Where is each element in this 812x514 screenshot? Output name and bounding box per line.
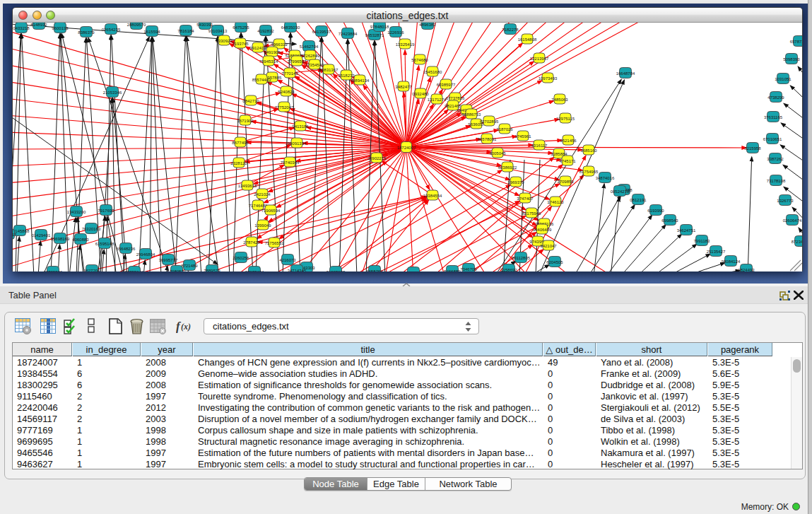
svg-text:02606474: 02606474: [783, 218, 802, 223]
svg-text:1031051: 1031051: [775, 77, 792, 81]
svg-text:86578091: 86578091: [478, 137, 497, 141]
svg-text:7193745: 7193745: [232, 42, 249, 46]
svg-text:4005045: 4005045: [489, 151, 506, 156]
svg-text:19384554: 19384554: [423, 194, 442, 198]
svg-text:62386922: 62386922: [498, 165, 517, 170]
svg-text:7182278: 7182278: [502, 28, 519, 32]
svg-text:4745171: 4745171: [559, 159, 576, 163]
svg-text:79740344: 79740344: [281, 160, 300, 165]
svg-text:4192832: 4192832: [257, 29, 274, 33]
svg-text:2421024: 2421024: [254, 192, 271, 197]
svg-text:94406409: 94406409: [533, 228, 552, 232]
svg-text:55698169: 55698169: [51, 237, 70, 241]
svg-text:1326773: 1326773: [777, 199, 794, 203]
svg-text:77752047: 77752047: [275, 105, 294, 110]
svg-text:64139537: 64139537: [312, 30, 331, 34]
svg-text:9421047: 9421047: [540, 244, 557, 248]
svg-text:2260256: 2260256: [233, 256, 249, 260]
svg-text:67737826: 67737826: [446, 96, 465, 100]
svg-text:5240824: 5240824: [278, 90, 295, 94]
svg-text:8148932: 8148932: [30, 23, 47, 27]
svg-text:5430391: 5430391: [196, 23, 213, 27]
svg-text:9521456: 9521456: [560, 139, 577, 143]
svg-text:1745961: 1745961: [514, 134, 531, 139]
svg-text:67010651: 67010651: [763, 137, 782, 141]
svg-text:6998543: 6998543: [661, 218, 678, 223]
svg-text:3482477: 3482477: [395, 85, 412, 89]
svg-text:1671902: 1671902: [237, 119, 254, 123]
svg-text:10973493: 10973493: [539, 76, 558, 81]
svg-text:81754965: 81754965: [579, 170, 599, 174]
svg-text:27354549: 27354549: [305, 63, 324, 67]
svg-text:2787429: 2787429: [243, 240, 260, 245]
svg-text:7485063: 7485063: [551, 98, 568, 102]
svg-text:(x): (x): [181, 322, 191, 332]
svg-text:62729806: 62729806: [44, 270, 63, 272]
svg-text:0932480: 0932480: [412, 92, 429, 96]
svg-text:7816184: 7816184: [177, 29, 194, 33]
svg-text:72423884: 72423884: [339, 32, 358, 36]
svg-text:1399049: 1399049: [254, 223, 271, 228]
svg-text:6690967: 6690967: [405, 271, 422, 272]
svg-text:3158692: 3158692: [500, 268, 517, 272]
svg-text:37996507: 37996507: [288, 59, 307, 64]
svg-text:97848018: 97848018: [370, 25, 389, 29]
svg-text:62702895: 62702895: [480, 119, 499, 124]
svg-text:7187026: 7187026: [496, 127, 513, 132]
svg-text:8677496: 8677496: [232, 141, 249, 145]
svg-text:36995777: 36995777: [159, 258, 178, 262]
svg-text:87234309: 87234309: [792, 240, 802, 244]
svg-text:12213967: 12213967: [530, 57, 549, 61]
svg-text:55886753: 55886753: [462, 112, 481, 117]
svg-text:8721489: 8721489: [181, 264, 198, 268]
svg-text:4896383: 4896383: [419, 23, 436, 27]
svg-text:57262849: 57262849: [301, 54, 320, 58]
svg-text:71756551: 71756551: [265, 241, 284, 245]
svg-text:60385977: 60385977: [437, 83, 456, 87]
svg-text:3709859: 3709859: [557, 180, 574, 184]
svg-text:6193990: 6193990: [647, 209, 664, 213]
svg-text:81223623: 81223623: [326, 270, 346, 272]
svg-text:5674680: 5674680: [411, 58, 428, 62]
svg-text:13325419: 13325419: [396, 42, 415, 47]
svg-text:61595148: 61595148: [95, 242, 114, 246]
svg-text:4738299: 4738299: [767, 95, 784, 100]
svg-text:7917693: 7917693: [98, 209, 114, 213]
svg-text:13433200: 13433200: [67, 210, 86, 214]
svg-text:25135427: 25135427: [707, 250, 726, 254]
svg-text:2328120: 2328120: [230, 161, 247, 165]
svg-text:0330923: 0330923: [216, 39, 233, 43]
svg-text:3387262: 3387262: [767, 157, 784, 161]
svg-text:65648236: 65648236: [117, 247, 136, 251]
svg-text:85574443: 85574443: [252, 78, 271, 82]
svg-text:12975115: 12975115: [556, 117, 575, 121]
svg-text:28809570: 28809570: [127, 23, 146, 27]
svg-text:1226916: 1226916: [387, 30, 404, 35]
svg-text:87277434: 87277434: [245, 270, 264, 272]
svg-text:8215958: 8215958: [744, 146, 761, 151]
svg-text:6658760: 6658760: [366, 269, 383, 272]
svg-text:37631165: 37631165: [764, 115, 783, 119]
svg-text:15451680: 15451680: [423, 70, 442, 74]
svg-text:3685160: 3685160: [580, 148, 597, 153]
svg-text:16648784: 16648784: [616, 71, 635, 76]
svg-text:93103413: 93103413: [208, 29, 228, 33]
svg-text:00524278: 00524278: [611, 189, 630, 194]
svg-text:76945314: 76945314: [259, 59, 278, 64]
svg-text:49894134: 49894134: [351, 78, 370, 83]
svg-text:3518233: 3518233: [338, 74, 355, 78]
svg-text:01429401: 01429401: [32, 233, 51, 238]
svg-text:96532871: 96532871: [365, 33, 384, 37]
svg-text:6475255: 6475255: [233, 25, 249, 30]
svg-text:4060883: 4060883: [72, 238, 89, 242]
svg-text:1746120: 1746120: [547, 200, 564, 204]
svg-text:0812191: 0812191: [630, 198, 647, 202]
svg-text:29946804: 29946804: [136, 252, 155, 257]
svg-text:6204505: 6204505: [546, 260, 563, 264]
svg-text:13171274: 13171274: [428, 98, 447, 102]
svg-text:1491905: 1491905: [264, 50, 281, 54]
svg-text:7991183: 7991183: [694, 239, 711, 243]
svg-text:34874016: 34874016: [596, 176, 615, 180]
svg-text:3747407: 3747407: [517, 197, 534, 201]
svg-text:64835030: 64835030: [281, 25, 300, 30]
